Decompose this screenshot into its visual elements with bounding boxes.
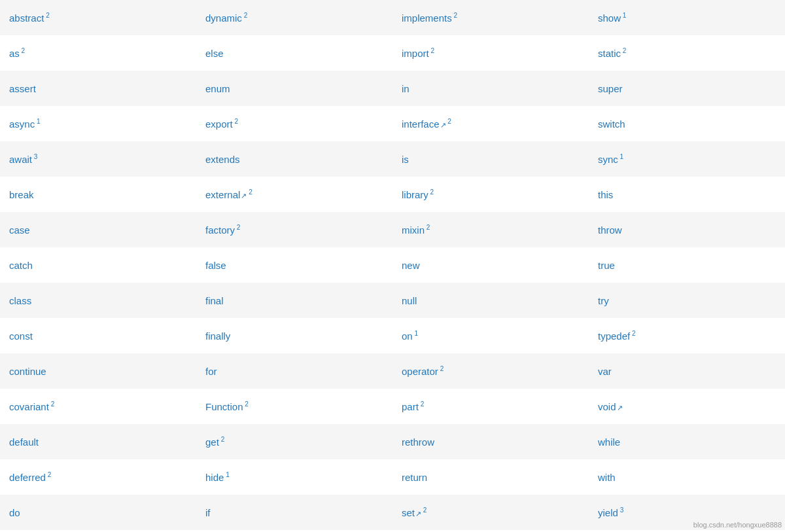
keyword-superscript: 1 — [618, 153, 623, 160]
keyword-link[interactable]: is — [402, 154, 409, 165]
keyword-link[interactable]: async — [9, 118, 35, 130]
keyword-link[interactable]: class — [9, 295, 31, 306]
keyword-link[interactable]: external — [205, 189, 240, 200]
table-cell: as 2 — [0, 35, 196, 71]
keyword-link[interactable]: implements — [402, 12, 452, 24]
keyword-superscript: 2 — [428, 188, 434, 196]
table-cell: break — [0, 177, 196, 212]
keyword-superscript: 2 — [438, 365, 444, 372]
keyword-link[interactable]: continue — [9, 366, 46, 377]
table-cell: static 2 — [589, 35, 785, 71]
keyword-link[interactable]: try — [598, 295, 609, 306]
keyword-link[interactable]: extends — [205, 154, 240, 165]
keyword-link[interactable]: default — [9, 436, 39, 448]
keyword-link[interactable]: show — [598, 12, 621, 24]
keyword-link[interactable]: factory — [205, 224, 235, 236]
table-cell: finally — [196, 318, 392, 353]
keyword-link[interactable]: enum — [205, 83, 230, 94]
table-cell: show 1 — [589, 0, 785, 35]
table-cell: export 2 — [196, 106, 392, 141]
table-row: continueforoperator 2var — [0, 353, 785, 389]
keyword-link[interactable]: for — [205, 366, 217, 377]
keyword-link[interactable]: with — [598, 472, 616, 483]
table-cell: default — [0, 424, 196, 459]
keyword-link[interactable]: abstract — [9, 12, 44, 24]
table-cell: for — [196, 353, 392, 389]
table-cell: var — [589, 353, 785, 389]
keyword-link[interactable]: sync — [598, 154, 618, 165]
keyword-link[interactable]: return — [402, 472, 427, 483]
keyword-superscript: 3 — [32, 153, 37, 160]
keyword-link[interactable]: else — [205, 48, 224, 59]
keyword-link[interactable]: var — [598, 366, 612, 377]
keyword-link[interactable]: await — [9, 154, 32, 165]
table-cell: new — [392, 247, 589, 283]
keyword-link[interactable]: super — [598, 83, 623, 94]
keyword-link[interactable]: export — [205, 118, 233, 130]
table-cell: catch — [0, 247, 196, 283]
table-cell: dynamic 2 — [196, 0, 392, 35]
keyword-link[interactable]: part — [402, 401, 419, 412]
table-cell: part 2 — [392, 389, 589, 424]
table-cell: in — [392, 71, 589, 106]
keyword-superscript: 2 — [421, 506, 427, 514]
keyword-link[interactable]: if — [205, 507, 211, 518]
keyword-link[interactable]: catch — [9, 260, 33, 271]
table-cell: final — [196, 283, 392, 318]
keyword-link[interactable]: get — [205, 436, 219, 448]
keyword-link[interactable]: as — [9, 48, 20, 59]
keyword-link[interactable]: switch — [598, 118, 625, 130]
keyword-link[interactable]: break — [9, 189, 34, 200]
keyword-link[interactable]: assert — [9, 83, 36, 94]
keyword-link[interactable]: null — [402, 295, 417, 306]
table-cell: set ↗ 2 — [392, 495, 589, 530]
table-row: abstract 2dynamic 2implements 2show 1 — [0, 0, 785, 35]
keyword-link[interactable]: interface — [402, 118, 440, 130]
table-cell: continue — [0, 353, 196, 389]
keyword-superscript: 2 — [446, 118, 451, 125]
table-row: defaultget 2rethrowwhile — [0, 424, 785, 459]
keyword-link[interactable]: finally — [205, 330, 230, 342]
table-row: casefactory 2mixin 2throw — [0, 212, 785, 247]
table-cell: else — [196, 35, 392, 71]
keywords-table: abstract 2dynamic 2implements 2show 1as … — [0, 0, 785, 530]
table-cell: false — [196, 247, 392, 283]
keyword-link[interactable]: set — [402, 507, 415, 518]
keyword-link[interactable]: new — [402, 260, 420, 271]
keyword-link[interactable]: library — [402, 189, 428, 200]
keyword-superscript: 2 — [20, 47, 25, 54]
keyword-link[interactable]: Function — [205, 401, 243, 412]
keyword-link[interactable]: const — [9, 330, 33, 342]
table-cell: extends — [196, 141, 392, 177]
keyword-link[interactable]: do — [9, 507, 20, 518]
keyword-link[interactable]: true — [598, 260, 615, 271]
table-cell: case — [0, 212, 196, 247]
keyword-link[interactable]: typedef — [598, 330, 630, 342]
keyword-link[interactable]: throw — [598, 224, 622, 236]
keyword-link[interactable]: covariant — [9, 401, 49, 412]
keyword-link[interactable]: rethrow — [402, 436, 434, 448]
table-cell: void ↗ — [589, 389, 785, 424]
keyword-link[interactable]: on — [402, 330, 413, 342]
keyword-link[interactable]: case — [9, 224, 30, 236]
table-cell: covariant 2 — [0, 389, 196, 424]
table-cell: null — [392, 283, 589, 318]
keyword-link[interactable]: while — [598, 436, 620, 448]
keyword-link[interactable]: dynamic — [205, 12, 242, 24]
keyword-link[interactable]: this — [598, 189, 613, 200]
keyword-link[interactable]: import — [402, 48, 429, 59]
keyword-link[interactable]: hide — [205, 472, 224, 483]
keyword-link[interactable]: yield — [598, 507, 618, 518]
keyword-link[interactable]: void — [598, 401, 616, 412]
table-cell: enum — [196, 71, 392, 106]
table-cell: true — [589, 247, 785, 283]
keyword-link[interactable]: in — [402, 83, 410, 94]
keyword-link[interactable]: operator — [402, 366, 438, 377]
keyword-link[interactable]: static — [598, 48, 621, 59]
keyword-link[interactable]: final — [205, 295, 224, 306]
keyword-link[interactable]: mixin — [402, 224, 425, 236]
table-cell: class — [0, 283, 196, 318]
keyword-link[interactable]: deferred — [9, 472, 46, 483]
keyword-superscript: 3 — [618, 506, 623, 514]
keyword-link[interactable]: false — [205, 260, 226, 271]
